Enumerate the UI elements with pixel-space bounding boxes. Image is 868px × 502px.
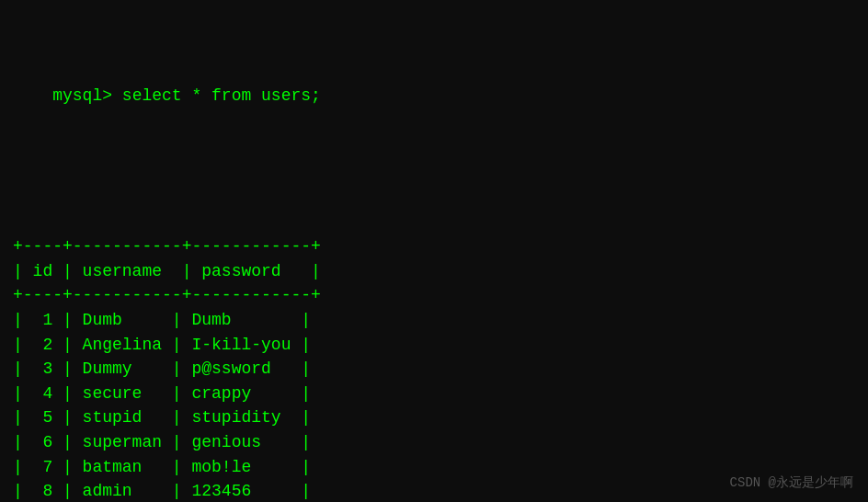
sql-command: select * from users; (122, 86, 321, 105)
table-output: +----+-----------+------------+ | id | u… (13, 234, 855, 502)
terminal-window: mysql> select * from users; +----+------… (13, 9, 855, 502)
watermark: CSDN @永远是少年啊 (730, 474, 853, 491)
query-result: +----+-----------+------------+ | id | u… (13, 185, 855, 502)
command-line: mysql> select * from users; (13, 59, 855, 133)
prompt1: mysql> (52, 86, 122, 105)
